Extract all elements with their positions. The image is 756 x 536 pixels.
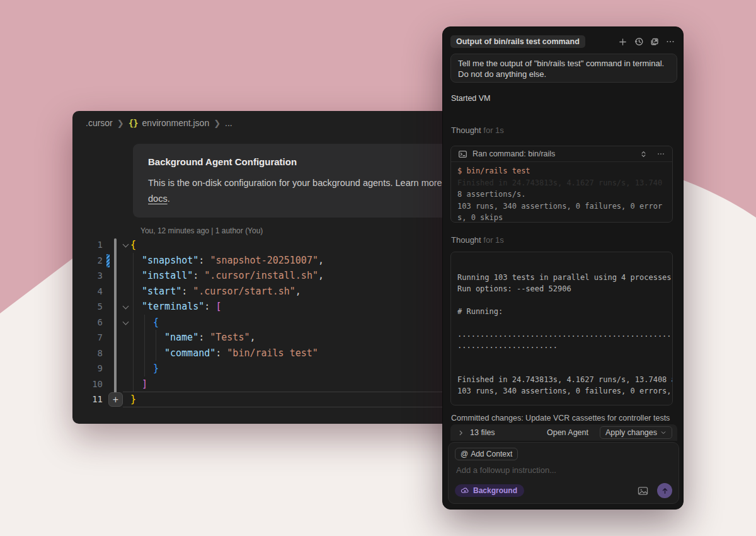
- composer-placeholder[interactable]: Add a followup instruction...: [456, 465, 556, 475]
- arrow-up-icon: [661, 487, 669, 495]
- background-mode-pill[interactable]: Background: [455, 484, 524, 497]
- breadcrumb-file[interactable]: environment.json: [142, 118, 210, 128]
- add-comment-button[interactable]: +: [108, 392, 123, 407]
- add-context-chip[interactable]: @ Add Context: [455, 448, 518, 460]
- line-number: 3: [72, 268, 103, 284]
- hover-body: This is the on-disk configuration for yo…: [148, 175, 480, 207]
- terminal-output[interactable]: $ bin/rails testFinished in 24.743813s, …: [451, 162, 672, 223]
- fold-chevron-icon[interactable]: [122, 242, 129, 249]
- active-line-highlight: [123, 392, 490, 407]
- indent-guide: [144, 315, 145, 376]
- panel-header: Output of bin/rails test command: [450, 34, 675, 49]
- fold-chevron-icon[interactable]: [122, 319, 129, 327]
- output-line: [457, 317, 666, 329]
- line-number: 4: [72, 284, 103, 300]
- submit-button[interactable]: [657, 483, 672, 498]
- output-line: [457, 363, 666, 374]
- breadcrumb-symbol[interactable]: ...: [225, 118, 232, 128]
- apply-changes-button[interactable]: Apply changes: [600, 426, 672, 439]
- terminal-line: Finished in 24.743813s, 4.1627 runs/s, 1…: [457, 177, 666, 189]
- terminal-line: s, 0 skips: [457, 212, 666, 223]
- line-number: 1: [72, 237, 103, 253]
- chevron-right-icon: ❯: [117, 119, 124, 128]
- breadcrumb[interactable]: .cursor ❯ {} environment.json ❯ ...: [86, 118, 232, 128]
- code-line[interactable]: 7"name": "Tests",: [72, 330, 490, 346]
- fold-chevron-icon[interactable]: [122, 303, 129, 311]
- hover-tooltip: Background Agent Configuration This is t…: [133, 144, 490, 218]
- output-line: 103 runs, 340 assertions, 0 failures, 0 …: [457, 385, 666, 397]
- line-number: 6: [72, 315, 103, 330]
- line-number: 7: [72, 330, 103, 346]
- more-options-icon[interactable]: [655, 149, 666, 160]
- blame-annotation[interactable]: You, 12 minutes ago | 1 author (You): [140, 226, 263, 235]
- output-line: [457, 351, 666, 363]
- code-line[interactable]: 2"snapshot": "snapshot-20251007",: [72, 253, 490, 269]
- agent-chat-panel: Output of bin/rails test command Tell me…: [442, 26, 684, 510]
- terminal-line: 103 runs, 340 assertions, 0 failures, 0 …: [457, 201, 666, 213]
- thought-label[interactable]: Thought for 1s: [451, 125, 504, 135]
- breadcrumb-folder[interactable]: .cursor: [86, 118, 113, 128]
- at-icon: @: [461, 450, 468, 458]
- changed-files-row[interactable]: 13 files Open Agent Apply changes: [450, 424, 677, 441]
- code-line[interactable]: 5"terminals": [: [72, 299, 490, 315]
- code-line[interactable]: 8"command": "bin/rails test": [72, 346, 490, 361]
- chevron-right-icon: ❯: [214, 119, 220, 128]
- more-options-icon[interactable]: [665, 37, 675, 47]
- output-line: Run options: --seed 52906: [457, 283, 666, 294]
- thought-label[interactable]: Thought for 1s: [451, 235, 504, 245]
- line-number: 5: [72, 299, 103, 315]
- output-line: Finished in 24.743813s, 4.1627 runs/s, 1…: [457, 374, 666, 385]
- terminal-title: Ran command: bin/rails: [472, 149, 555, 158]
- terminal-line: 8 assertions/s.: [457, 189, 666, 201]
- expand-icon[interactable]: [638, 149, 649, 160]
- commit-message: Committed changes: Update VCR cassettes …: [451, 414, 678, 422]
- json-file-icon: {}: [129, 118, 138, 128]
- cloud-icon: [461, 486, 469, 495]
- output-line: [457, 260, 666, 272]
- output-line: # Running:: [457, 306, 666, 317]
- terminal-command-box[interactable]: Ran command: bin/rails $ bin/rails testF…: [450, 146, 673, 223]
- line-number: 2: [72, 253, 103, 269]
- status-text: Started VM: [451, 94, 491, 103]
- attach-image-icon[interactable]: [638, 486, 648, 496]
- output-line: Running 103 tests in parallel using 4 pr…: [457, 272, 666, 283]
- terminal-header[interactable]: Ran command: bin/rails: [451, 146, 672, 162]
- hover-title: Background Agent Configuration: [148, 156, 480, 167]
- line-number: 10: [72, 376, 103, 392]
- composer-toolbar: Background: [455, 483, 672, 498]
- line-number: 11: [72, 392, 103, 407]
- code-line[interactable]: 4"start": ".cursor/start.sh",: [72, 284, 490, 300]
- code-lines: 1{2"snapshot": "snapshot-20251007",3"ins…: [72, 237, 490, 407]
- code-line[interactable]: 10]: [72, 376, 490, 392]
- test-output-box[interactable]: Running 103 tests in parallel using 4 pr…: [450, 252, 673, 405]
- git-modified-marker: [106, 254, 110, 267]
- terminal-icon: [457, 149, 468, 160]
- code-line[interactable]: 3"install": ".cursor/install.sh",: [72, 268, 490, 284]
- output-line: ........................................…: [457, 329, 666, 340]
- code-editor[interactable]: 1{2"snapshot": "snapshot-20251007",3"ins…: [72, 237, 490, 407]
- editor-window: .cursor ❯ {} environment.json ❯ ... Back…: [72, 111, 490, 424]
- indent-guide: [156, 330, 156, 361]
- chat-title-chip[interactable]: Output of bin/rails test command: [450, 35, 585, 48]
- code-line[interactable]: 1{: [72, 237, 490, 253]
- open-agent-button[interactable]: Open Agent: [547, 428, 588, 437]
- output-line: ......................: [457, 340, 666, 351]
- chevron-right-icon[interactable]: [455, 428, 466, 438]
- chevron-down-icon: [660, 429, 667, 436]
- followup-composer[interactable]: @ Add Context Add a followup instruction…: [448, 442, 679, 504]
- history-icon[interactable]: [633, 37, 644, 47]
- new-chat-icon[interactable]: [617, 37, 628, 47]
- line-number: 8: [72, 346, 103, 361]
- terminal-line: $ bin/rails test: [457, 165, 666, 177]
- open-in-window-icon[interactable]: [649, 37, 660, 47]
- output-line: [457, 294, 666, 306]
- code-line[interactable]: 6{: [72, 315, 490, 330]
- line-number: 9: [72, 361, 103, 376]
- files-count[interactable]: 13 files: [470, 428, 495, 437]
- user-message[interactable]: Tell me the output of "bin/rails test" c…: [450, 54, 677, 83]
- comment-range-bar: [114, 238, 117, 397]
- indent-guide: [133, 253, 134, 392]
- code-line[interactable]: 9}: [72, 361, 490, 376]
